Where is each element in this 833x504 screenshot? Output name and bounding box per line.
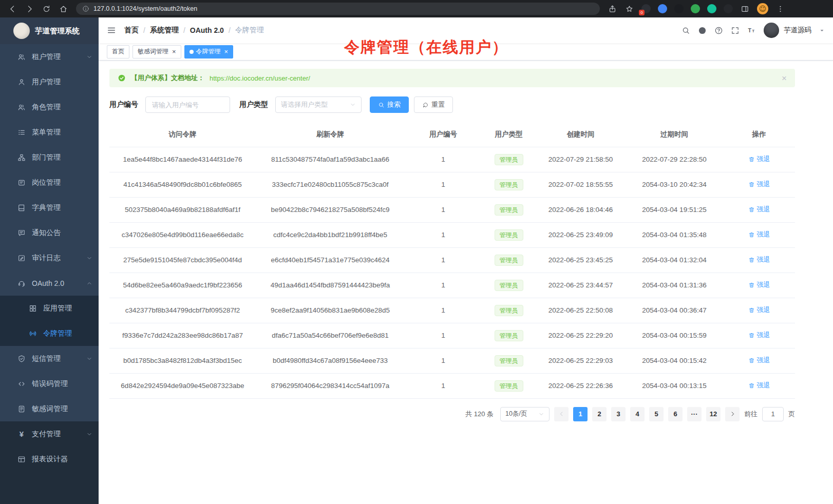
force-logout-button[interactable]: 强退	[748, 331, 770, 340]
page-content: 【用户体系】文档地址： https://doc.iocoder.cn/user-…	[99, 61, 833, 504]
info-icon[interactable]	[82, 5, 89, 12]
expire-time-cell: 2054-03-04 01:31:36	[626, 273, 723, 298]
pager-page-1-button[interactable]: 1	[573, 407, 588, 421]
sidebar-item-report-designer[interactable]: 报表设计器	[0, 447, 99, 472]
pager-page-12-button[interactable]: 12	[706, 407, 721, 421]
fullscreen-icon[interactable]	[731, 26, 740, 35]
extension-blue-icon[interactable]	[658, 4, 667, 13]
sidebar-toggle-icon[interactable]	[107, 26, 116, 35]
side-panel-icon[interactable]	[741, 5, 749, 13]
sidebar-item-sensitive-word-management[interactable]: 敏感词管理	[0, 396, 99, 421]
sidebar-item-user-management[interactable]: 用户管理	[0, 69, 99, 94]
pager-more-button[interactable]: ···	[687, 407, 702, 421]
table-row: 1ea5e44f8bc1467aaede43144f31de76811c5304…	[109, 147, 795, 172]
extension-green-icon[interactable]	[691, 4, 700, 13]
search-button[interactable]: 搜索	[370, 96, 409, 113]
doc-link[interactable]: https://doc.iocoder.cn/user-center/	[210, 74, 310, 82]
extension-dark-2-icon[interactable]	[724, 4, 733, 13]
force-logout-button[interactable]: 强退	[748, 255, 770, 264]
expire-time-cell: 2054-03-04 00:15:59	[626, 323, 723, 348]
url-bar[interactable]: 127.0.0.1:1024/system/oauth2/token	[76, 3, 600, 15]
goto-page-input[interactable]	[762, 407, 784, 421]
reload-icon[interactable]	[42, 5, 51, 13]
pager-page-4-button[interactable]: 4	[630, 407, 645, 421]
user-id-input[interactable]	[145, 96, 230, 113]
sidebar-item-token-management[interactable]: 令牌管理	[0, 321, 99, 346]
user-type-cell: 管理员	[482, 197, 536, 222]
column-header: 访问令牌	[109, 122, 256, 147]
extension-teal-icon[interactable]	[707, 4, 716, 13]
sidebar-item-payment-management[interactable]: ¥支付管理	[0, 421, 99, 447]
created-time-cell: 2022-06-25 23:49:09	[536, 222, 626, 247]
force-logout-button[interactable]: 强退	[748, 381, 770, 390]
bookmark-star-icon[interactable]	[625, 5, 634, 13]
caret-down-icon[interactable]	[819, 28, 825, 33]
page-size-select[interactable]: 10条/页	[500, 407, 550, 421]
prev-page-button[interactable]	[554, 407, 569, 421]
browser-menu-icon[interactable]	[776, 5, 785, 13]
extension-password-manager-icon[interactable]: 0	[641, 4, 651, 13]
tab-token-management[interactable]: 令牌管理×	[184, 45, 234, 59]
sidebar-item-role-management[interactable]: 角色管理	[0, 94, 99, 120]
search-icon	[378, 102, 385, 108]
share-icon[interactable]	[608, 5, 617, 13]
github-icon[interactable]	[698, 26, 707, 35]
pager-page-3-button[interactable]: 3	[611, 407, 626, 421]
sidebar-item-app-management[interactable]: 应用管理	[0, 296, 99, 321]
help-icon[interactable]	[714, 26, 723, 35]
sidebar-item-sms-management[interactable]: 短信管理	[0, 346, 99, 371]
search-icon[interactable]	[681, 26, 690, 35]
forward-icon[interactable]	[25, 5, 34, 13]
tab-close-icon[interactable]: ×	[172, 48, 176, 55]
tab-label: 敏感词管理	[138, 47, 168, 56]
user-type-select[interactable]: 请选择用户类型	[275, 96, 362, 113]
pager-page-6-button[interactable]: 6	[668, 407, 683, 421]
sidebar-item-oauth2[interactable]: OAuth 2.0	[0, 270, 99, 296]
refresh-token-cell: 8796295f04064c2983414cc54af1097a	[256, 373, 405, 398]
browser-profile-avatar[interactable]: ☺	[757, 3, 768, 14]
oauth2-icon	[17, 279, 26, 287]
tab-home[interactable]: 首页	[107, 45, 129, 59]
app-logo[interactable]: 芋道管理系统	[0, 17, 99, 44]
tab-sensitive-word-management[interactable]: 敏感词管理×	[132, 45, 181, 59]
force-logout-button[interactable]: 强退	[748, 280, 770, 289]
home-icon[interactable]	[59, 5, 68, 13]
alert-close-icon[interactable]: ×	[782, 74, 787, 83]
breadcrumb-item[interactable]: OAuth 2.0	[190, 26, 224, 34]
username[interactable]: 芋道源码	[784, 26, 811, 35]
force-logout-button[interactable]: 强退	[748, 154, 770, 164]
sidebar-item-post-management[interactable]: 岗位管理	[0, 170, 99, 195]
force-logout-button[interactable]: 强退	[748, 356, 770, 365]
created-time-cell: 2022-06-25 22:26:36	[536, 373, 626, 398]
user-avatar[interactable]	[764, 23, 779, 38]
refresh-token-cell: 49d1aa46d1454fbd87591444423be9fa	[256, 273, 405, 298]
sidebar-item-dept-management[interactable]: 部门管理	[0, 145, 99, 170]
sidebar-item-error-code-management[interactable]: 错误码管理	[0, 371, 99, 396]
breadcrumb-item[interactable]: 首页	[124, 26, 139, 35]
sidebar-item-notice-announcement[interactable]: 通知公告	[0, 220, 99, 245]
back-icon[interactable]	[8, 5, 17, 13]
sidebar-item-dict-management[interactable]: 字典管理	[0, 195, 99, 220]
total-count: 共 120 条	[465, 410, 494, 419]
user-id-cell: 1	[405, 273, 482, 298]
sidebar-item-audit-log[interactable]: 审计日志	[0, 245, 99, 270]
sensitive-word-management-icon	[17, 405, 26, 413]
force-logout-button[interactable]: 强退	[748, 205, 770, 214]
reset-button[interactable]: 重置	[414, 96, 453, 113]
next-page-button[interactable]	[725, 407, 740, 421]
pager-page-2-button[interactable]: 2	[592, 407, 607, 421]
pager-page-5-button[interactable]: 5	[649, 407, 664, 421]
sidebar-item-tenant-management[interactable]: 租户管理	[0, 44, 99, 69]
force-logout-button[interactable]: 强退	[748, 305, 770, 315]
expire-time-cell: 2054-03-04 00:13:15	[626, 373, 723, 398]
tab-close-icon[interactable]: ×	[224, 48, 229, 55]
force-logout-button[interactable]: 强退	[748, 180, 770, 189]
force-logout-button[interactable]: 强退	[748, 230, 770, 239]
extension-dark-1-icon[interactable]	[674, 4, 684, 13]
sidebar-item-label: 菜单管理	[32, 128, 92, 137]
font-size-icon[interactable]: TT	[747, 26, 756, 35]
breadcrumb-item[interactable]: 系统管理	[150, 26, 179, 35]
svg-text:T: T	[748, 27, 751, 33]
sidebar-item-menu-management[interactable]: 菜单管理	[0, 120, 99, 145]
access-token-cell: b0d1785bc3a8482f812db4a3f3bd15ec	[109, 348, 256, 373]
